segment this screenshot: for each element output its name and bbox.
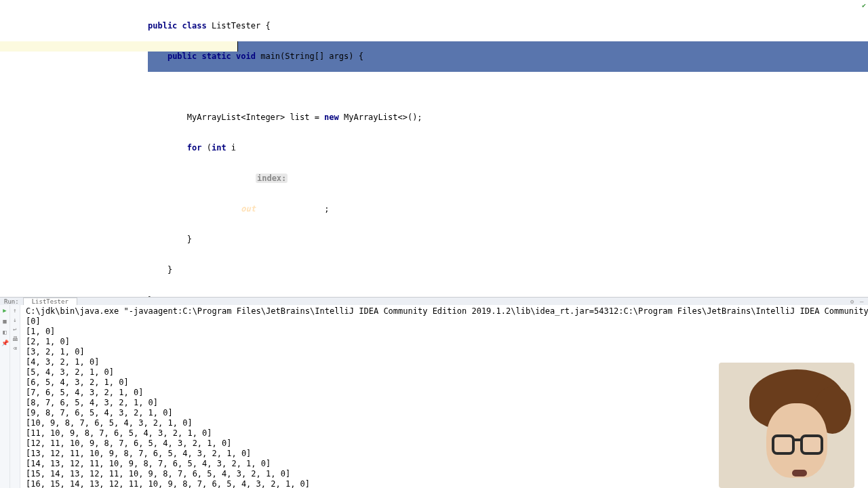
- code-token: System.: [148, 204, 241, 214]
- code-token: public static void: [167, 52, 260, 61]
- settings-icon[interactable]: ⚙: [850, 298, 857, 305]
- inspection-ok-icon[interactable]: ✔: [862, 1, 866, 9]
- code-token: MyArrayList<>();: [344, 113, 422, 122]
- arrow-up-icon[interactable]: ↑: [12, 307, 18, 314]
- code-token: ListTester {: [212, 21, 271, 30]
- rerun-icon[interactable]: ▶: [1, 307, 8, 314]
- code-token: ;: [324, 204, 329, 214]
- code-token: .println(list): [256, 204, 324, 214]
- code-token: MyArrayList<Integer> list =: [148, 113, 324, 122]
- code-text[interactable]: public class ListTester { public static …: [148, 1, 422, 326]
- parameter-hint: index:: [256, 174, 288, 183]
- stop-icon[interactable]: ■: [1, 318, 8, 325]
- code-token: for: [187, 143, 207, 152]
- minimize-icon[interactable]: —: [860, 298, 867, 305]
- code-token: int: [212, 143, 231, 152]
- code-token: 0: [288, 174, 292, 183]
- glasses-icon: [793, 439, 803, 441]
- webcam-overlay: [719, 363, 854, 488]
- code-token: [148, 52, 167, 61]
- arrow-down-icon[interactable]: ↓: [12, 317, 18, 323]
- clear-icon[interactable]: ⌫: [12, 345, 18, 352]
- code-token: out: [241, 204, 256, 214]
- run-label: Run:: [0, 298, 23, 305]
- code-token: ,i);: [293, 174, 313, 183]
- code-editor-pane[interactable]: public class ListTester { public static …: [0, 0, 868, 297]
- glasses-icon: [772, 434, 795, 455]
- print-icon[interactable]: 🖶: [12, 336, 18, 342]
- run-toolbar-left-2: ↑ ↓ ↩ 🖶 ⌫: [10, 305, 20, 488]
- code-token: 100: [285, 143, 300, 152]
- pin-icon[interactable]: 📌: [1, 340, 8, 346]
- code-token: }: [148, 265, 172, 274]
- code-token: =: [241, 143, 250, 152]
- code-token: 0: [251, 143, 256, 152]
- code-token: public class: [148, 21, 212, 30]
- code-token: new: [324, 113, 344, 122]
- wrap-icon[interactable]: ↩: [12, 326, 18, 333]
- code-token: ; i <: [256, 143, 285, 152]
- glasses-icon: [800, 434, 823, 455]
- layout-icon[interactable]: ◧: [1, 329, 8, 336]
- code-token: main(String[] args) {: [260, 52, 363, 61]
- run-toolwindow-header[interactable]: Run: ListTester ⚙ —: [0, 297, 868, 305]
- code-token: i: [231, 143, 241, 152]
- code-token: list.add(: [148, 174, 256, 183]
- code-token: ; i++) {: [300, 143, 339, 152]
- run-config-tab[interactable]: ListTester: [23, 298, 77, 306]
- code-token: }: [148, 235, 192, 244]
- code-token: [148, 143, 187, 152]
- code-token: (: [207, 143, 212, 152]
- webcam-figure: [792, 470, 807, 476]
- editor-caret: [237, 41, 238, 52]
- run-toolbar-left: ▶ ■ ◧ 📌: [0, 305, 10, 488]
